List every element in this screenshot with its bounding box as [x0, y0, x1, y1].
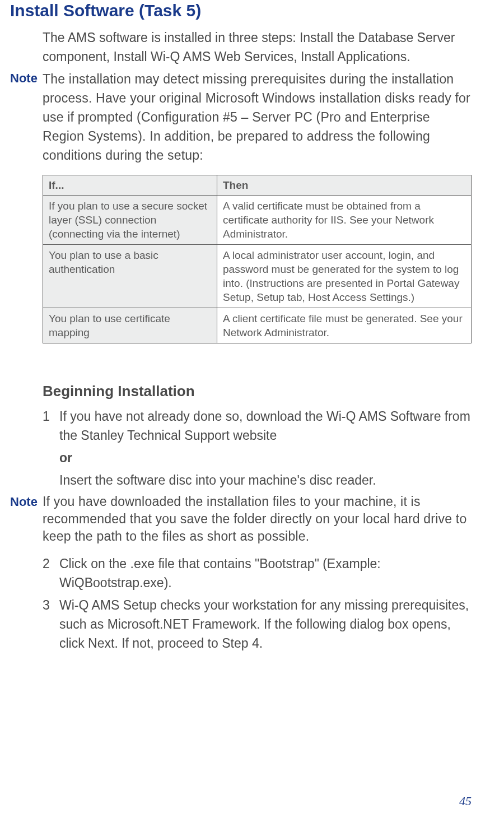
page: Install Software (Task 5) The AMS softwa… [0, 0, 504, 832]
step-list-cont: 2 Click on the .exe file that contains "… [43, 554, 472, 653]
table-row: If you plan to use a secure socket layer… [43, 196, 472, 245]
page-number: 45 [459, 794, 472, 808]
header-if: If... [43, 175, 217, 196]
table-header-row: If... Then [43, 175, 472, 196]
step-number: 1 [43, 407, 59, 426]
cell-then: A local administrator user account, logi… [217, 245, 472, 308]
intro-paragraph: The AMS software is installed in three s… [43, 28, 472, 66]
step-text: If you have not already done so, downloa… [59, 407, 472, 445]
note-label: Note [0, 493, 43, 510]
step-or: or [59, 448, 472, 467]
table-row: You plan to use certificate mapping A cl… [43, 308, 472, 343]
conditions-table: If... Then If you plan to use a secure s… [43, 175, 472, 343]
section-heading: Beginning Installation [43, 383, 472, 400]
cell-if: You plan to use a basic authentication [43, 245, 217, 308]
note-block-2: Note If you have downloaded the installa… [0, 493, 472, 545]
note-text: If you have downloaded the installation … [43, 493, 472, 545]
cell-if: You plan to use certificate mapping [43, 308, 217, 343]
list-item: 1 If you have not already done so, downl… [43, 407, 472, 445]
list-item: 3 Wi-Q AMS Setup checks your workstation… [43, 596, 472, 653]
step-list: 1 If you have not already done so, downl… [43, 407, 472, 445]
step-alt: Insert the software disc into your machi… [59, 471, 472, 490]
note-text: The installation may detect missing prer… [43, 69, 472, 165]
header-then: Then [217, 175, 472, 196]
cell-then: A valid certificate must be obtained fro… [217, 196, 472, 245]
list-item: 2 Click on the .exe file that contains "… [43, 554, 472, 592]
note-label: Note [0, 69, 43, 87]
cell-if: If you plan to use a secure socket layer… [43, 196, 217, 245]
step-number: 2 [43, 554, 59, 573]
cell-then: A client certificate file must be genera… [217, 308, 472, 343]
or-label: or [59, 450, 72, 465]
step-number: 3 [43, 596, 59, 615]
step-text: Click on the .exe file that contains "Bo… [59, 554, 472, 592]
note-block-1: Note The installation may detect missing… [0, 69, 472, 165]
page-title: Install Software (Task 5) [10, 0, 472, 20]
step-text: Wi-Q AMS Setup checks your workstation f… [59, 596, 472, 653]
table-row: You plan to use a basic authentication A… [43, 245, 472, 308]
